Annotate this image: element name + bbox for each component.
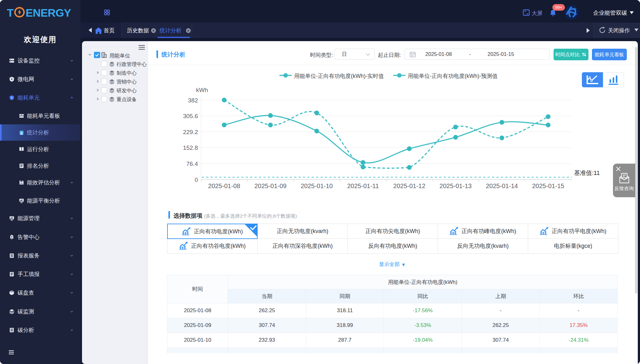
svg-text:152.8: 152.8 [183, 144, 198, 151]
svg-text:2025-01-10: 2025-01-10 [301, 182, 333, 189]
svg-text:2025-01-15: 2025-01-15 [532, 182, 564, 189]
svg-text:229.2: 229.2 [183, 129, 198, 135]
svg-text:0: 0 [194, 177, 198, 183]
svg-text:2025-01-08: 2025-01-08 [208, 182, 240, 189]
svg-text:2025-01-11: 2025-01-11 [347, 182, 379, 189]
svg-text:kWh: kWh [196, 87, 208, 93]
svg-text:305.6: 305.6 [183, 113, 198, 119]
svg-text:2025-01-12: 2025-01-12 [393, 182, 425, 189]
svg-text:2025-01-13: 2025-01-13 [440, 182, 472, 189]
svg-text:2025-01-09: 2025-01-09 [254, 182, 287, 189]
svg-text:76.4: 76.4 [186, 160, 198, 167]
svg-text:382: 382 [188, 97, 198, 104]
svg-text:2025-01-14: 2025-01-14 [486, 182, 518, 189]
svg-text:基准值:11: 基准值:11 [574, 170, 600, 176]
